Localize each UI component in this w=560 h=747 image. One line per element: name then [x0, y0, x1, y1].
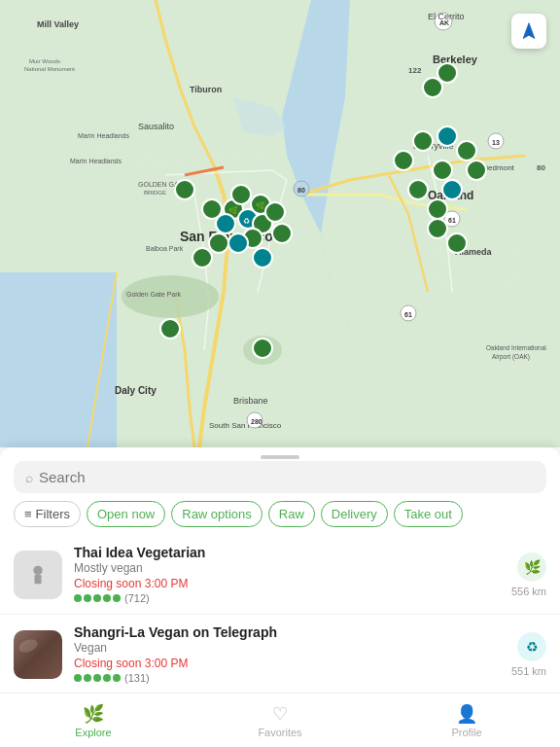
svg-point-56	[253, 248, 272, 267]
restaurant-actions: ♻ 551 km	[488, 632, 546, 677]
svg-text:Balboa Park: Balboa Park	[146, 245, 184, 252]
svg-text:El Cerrito: El Cerrito	[428, 12, 465, 21]
svg-text:13: 13	[492, 139, 500, 146]
svg-point-68	[423, 78, 442, 97]
restaurant-actions: 🌿 556 km	[488, 552, 546, 597]
svg-point-62	[467, 160, 486, 180]
svg-text:Daly City: Daly City	[115, 385, 157, 396]
svg-rect-77	[35, 575, 42, 584]
filter-lines-icon: ≡	[24, 507, 32, 521]
rating-count: (712)	[124, 592, 150, 604]
svg-text:Brisbane: Brisbane	[233, 396, 268, 406]
restaurant-type: Mostly vegan	[74, 561, 476, 575]
explore-label: Explore	[75, 727, 111, 738]
delivery-filter[interactable]: Delivery	[321, 501, 388, 527]
svg-point-71	[253, 338, 272, 358]
restaurant-distance: 556 km	[511, 586, 546, 597]
svg-text:BRIDGE: BRIDGE	[144, 190, 166, 196]
restaurant-rating: (712)	[74, 592, 476, 604]
take-out-filter[interactable]: Take out	[394, 501, 463, 527]
star-1	[74, 674, 82, 682]
favorites-icon: ♡	[272, 703, 288, 725]
svg-point-51	[228, 233, 248, 253]
svg-text:Marin Headlands: Marin Headlands	[78, 132, 129, 139]
svg-text:♻: ♻	[243, 217, 250, 226]
nav-tab-explore[interactable]: 🌿 Explore	[0, 703, 187, 738]
star-2	[84, 674, 91, 682]
svg-text:Golden Gate Park: Golden Gate Park	[126, 291, 182, 298]
nav-tab-profile[interactable]: 👤 Profile	[373, 703, 560, 738]
svg-text:61: 61	[404, 311, 412, 318]
restaurant-type: Vegan	[74, 641, 476, 655]
svg-text:Sausalito: Sausalito	[138, 122, 174, 131]
restaurant-thumbnail	[14, 630, 62, 679]
restaurant-info: Thai Idea Vegetarian Mostly vegan Closin…	[74, 545, 476, 604]
svg-point-63	[438, 126, 457, 146]
svg-text:Airport (OAK): Airport (OAK)	[492, 353, 530, 361]
bottom-navigation: 🌿 Explore ♡ Favorites 👤 Profile	[0, 693, 560, 747]
svg-point-64	[413, 131, 433, 151]
restaurant-info: Shangri-La Vegan on Telegraph Vegan Clos…	[74, 624, 476, 684]
svg-point-76	[33, 565, 42, 574]
raw-filter[interactable]: Raw	[268, 501, 315, 527]
restaurant-rating: (131)	[74, 672, 476, 684]
star-2	[84, 594, 91, 602]
nav-tab-favorites[interactable]: ♡ Favorites	[187, 703, 373, 738]
restaurant-distance: 551 km	[511, 665, 546, 677]
location-nav-button[interactable]	[511, 14, 546, 49]
svg-text:80: 80	[298, 187, 305, 194]
star-4	[103, 674, 111, 682]
profile-label: Profile	[451, 727, 481, 738]
svg-text:80: 80	[537, 163, 545, 172]
svg-point-55	[192, 248, 212, 267]
svg-point-67	[447, 233, 467, 253]
restaurant-name: Shangri-La Vegan on Telegraph	[74, 624, 476, 640]
list-item[interactable]: Thai Idea Vegetarian Mostly vegan Closin…	[0, 535, 560, 615]
filter-button[interactable]: ≡ Filters	[14, 501, 81, 527]
svg-text:Oakland International: Oakland International	[486, 344, 546, 351]
filter-row: ≡ Filters Open now Raw options Raw Deliv…	[0, 501, 560, 535]
raw-options-filter[interactable]: Raw options	[171, 501, 262, 527]
svg-point-72	[175, 180, 194, 199]
svg-point-70	[160, 319, 180, 338]
map-container[interactable]: Mill Valley Tiburon Sausalito Berkeley E…	[0, 0, 560, 447]
rating-count: (131)	[124, 672, 150, 684]
svg-text:South San Francisco: South San Francisco	[209, 421, 282, 430]
restaurant-list: Thai Idea Vegetarian Mostly vegan Closin…	[0, 535, 560, 710]
svg-point-61	[457, 141, 476, 160]
svg-text:🌿: 🌿	[228, 205, 238, 215]
svg-point-54	[272, 224, 292, 243]
restaurant-thumbnail	[14, 551, 62, 599]
svg-text:122: 122	[408, 66, 422, 75]
svg-text:280: 280	[251, 418, 262, 425]
restaurant-action-button[interactable]: 🌿	[517, 552, 546, 582]
svg-text:Marin Headlands: Marin Headlands	[70, 158, 122, 164]
svg-point-57	[408, 180, 428, 199]
restaurant-closing: Closing soon 3:00 PM	[74, 657, 476, 670]
svg-text:Muir Woods: Muir Woods	[29, 58, 60, 64]
list-item[interactable]: Shangri-La Vegan on Telegraph Vegan Clos…	[0, 615, 560, 694]
svg-point-53	[209, 233, 228, 253]
svg-text:Mill Valley: Mill Valley	[37, 19, 79, 29]
svg-point-59	[442, 180, 462, 199]
svg-point-58	[428, 199, 447, 219]
explore-icon: 🌿	[83, 703, 104, 725]
search-icon: ⌕	[25, 470, 33, 485]
star-5	[113, 594, 121, 602]
svg-text:Berkeley: Berkeley	[433, 53, 478, 65]
search-input[interactable]	[39, 469, 535, 485]
svg-point-66	[428, 219, 447, 238]
svg-text:61: 61	[448, 217, 456, 224]
drag-handle[interactable]	[261, 455, 299, 459]
open-now-filter[interactable]: Open now	[87, 501, 165, 527]
star-3	[93, 594, 101, 602]
svg-point-69	[438, 63, 457, 83]
svg-point-65	[394, 151, 413, 170]
profile-icon: 👤	[456, 703, 477, 725]
search-bar[interactable]: ⌕	[14, 461, 546, 493]
star-5	[113, 674, 121, 682]
favorites-label: Favorites	[258, 727, 301, 738]
restaurant-closing: Closing soon 3:00 PM	[74, 577, 476, 590]
restaurant-action-button[interactable]: ♻	[517, 632, 546, 661]
restaurant-name: Thai Idea Vegetarian	[74, 545, 476, 560]
